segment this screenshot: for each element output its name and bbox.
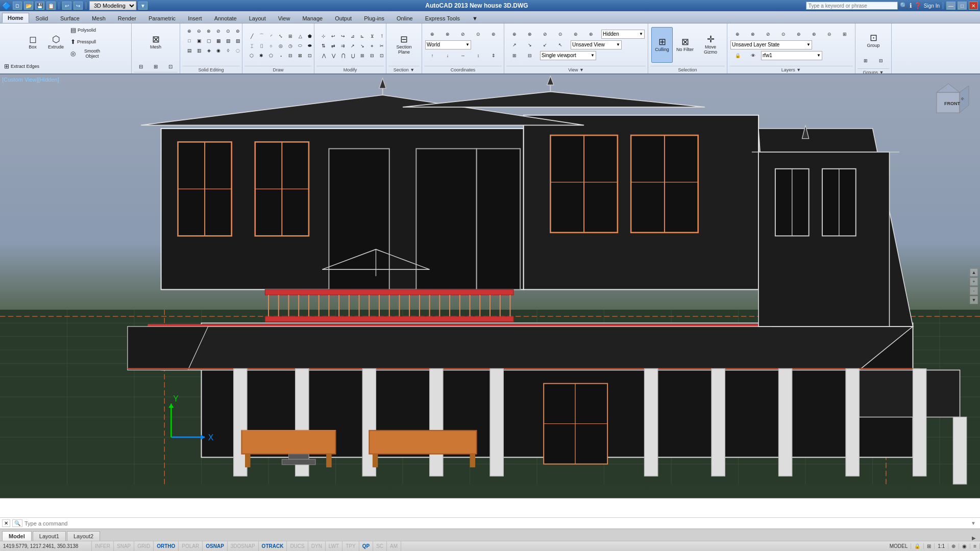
view-btn9[interactable]: ↙: [538, 40, 552, 49]
viewport-dropdown[interactable]: Single viewport ▼: [540, 51, 596, 60]
group-btn[interactable]: ⊡ Group: [863, 27, 884, 55]
tab-annotate[interactable]: Annotate: [209, 13, 242, 23]
world-dropdown[interactable]: World ▼: [425, 40, 471, 49]
coord-btn6[interactable]: ↑: [425, 51, 439, 60]
visual-style-dropdown[interactable]: Hidden ▼: [601, 30, 645, 39]
layout-scroll-right[interactable]: ▶: [970, 535, 978, 541]
tab-layout2[interactable]: Layout2: [67, 531, 100, 541]
ducs-btn[interactable]: DUCS: [287, 541, 308, 551]
tab-express[interactable]: Express Tools: [420, 13, 465, 23]
group-btn3[interactable]: ⊟: [874, 56, 888, 65]
presspull-btn[interactable]: ⬆ Presspull: [68, 36, 109, 47]
smooth-object-btn[interactable]: ◎ Smooth Object: [68, 48, 109, 59]
sc-btn[interactable]: SC: [373, 541, 387, 551]
coordinates-display[interactable]: 1419.5779, 1217.2461, 350.3138: [0, 541, 92, 551]
command-input[interactable]: [24, 520, 969, 527]
maximize-btn[interactable]: □: [958, 2, 967, 10]
layer-btn8[interactable]: ⊞: [838, 30, 852, 39]
dyn-btn[interactable]: DYN: [308, 541, 326, 551]
lwt-btn[interactable]: LWT: [326, 541, 342, 551]
layer-name-dropdown[interactable]: rfw1 ▼: [761, 51, 822, 60]
3dosnap-btn[interactable]: 3DOSNAP: [228, 541, 259, 551]
tab-insert[interactable]: Insert: [182, 13, 208, 23]
nav-pan-down[interactable]: ▼: [970, 296, 978, 304]
coord-btn9[interactable]: ↕: [471, 51, 485, 60]
coord-btn3[interactable]: ⊘: [456, 30, 470, 39]
tab-online[interactable]: Online: [391, 13, 419, 23]
close-btn[interactable]: ✕: [969, 2, 978, 10]
coord-btn10[interactable]: ⇕: [486, 51, 501, 60]
tab-layout1[interactable]: Layout1: [33, 531, 66, 541]
coord-btn8[interactable]: ↔: [456, 51, 470, 60]
workspace-dropdown-btn[interactable]: ▼: [138, 2, 148, 10]
view-btn8[interactable]: ↘: [523, 40, 537, 49]
viewport-btn1[interactable]: ⊞: [507, 51, 522, 60]
no-filter-btn[interactable]: ⊠ No Filter: [674, 27, 696, 63]
ratio-display[interactable]: 1:1: [935, 543, 948, 549]
open-btn[interactable]: 📂: [24, 2, 33, 10]
layer-vis-btn[interactable]: 👁: [746, 51, 760, 60]
tab-surface[interactable]: Surface: [55, 13, 85, 23]
command-close-btn[interactable]: ✕: [2, 519, 10, 527]
ortho-btn[interactable]: ORTHO: [154, 541, 179, 551]
view-btn4[interactable]: ⊙: [553, 30, 568, 39]
layer-btn1[interactable]: ⊕: [730, 30, 745, 39]
layer-btn4[interactable]: ⊙: [776, 30, 791, 39]
search-input[interactable]: [806, 2, 898, 10]
extract-edges-btn[interactable]: ⊞ Extract Edges: [2, 62, 129, 71]
view-btn7[interactable]: ↗: [507, 40, 522, 49]
tpy-btn[interactable]: TPY: [342, 541, 359, 551]
redo-btn[interactable]: ↪: [74, 2, 83, 10]
hardware-accel-btn[interactable]: ⊕: [948, 543, 959, 549]
coord-btn1[interactable]: ⊕: [425, 30, 439, 39]
osnap-btn[interactable]: OSNAP: [203, 541, 228, 551]
layer-state-dropdown[interactable]: Unsaved Layer State ▼: [730, 40, 812, 49]
sign-in-btn[interactable]: Sign In: [924, 3, 940, 9]
infer-btn[interactable]: INFER: [92, 541, 114, 551]
snap-btn[interactable]: SNAP: [114, 541, 134, 551]
model-space-btn[interactable]: MODEL: [887, 543, 912, 549]
named-view-dropdown[interactable]: Unsaved View ▼: [571, 40, 622, 49]
mesh-btn4[interactable]: ⊡: [163, 62, 178, 71]
layer-btn5[interactable]: ⊚: [792, 30, 806, 39]
tab-home[interactable]: Home: [2, 13, 29, 23]
group-btn2[interactable]: ⊞: [859, 56, 873, 65]
save-btn[interactable]: 💾: [35, 2, 44, 10]
tab-more[interactable]: ▼: [467, 13, 483, 23]
minimize-btn[interactable]: —: [946, 2, 955, 10]
tab-layout[interactable]: Layout: [243, 13, 272, 23]
layer-lock-btn[interactable]: 🔒: [730, 51, 745, 60]
coord-btn7[interactable]: ↓: [440, 51, 455, 60]
tab-solid[interactable]: Solid: [30, 13, 54, 23]
undo-btn[interactable]: ↩: [62, 2, 71, 10]
view-btn6[interactable]: ⊛: [584, 30, 598, 39]
workspace-selector[interactable]: 3D Modeling: [89, 1, 136, 10]
tab-plugins[interactable]: Plug-ins: [358, 13, 390, 23]
nav-zoom-out[interactable]: -: [970, 287, 978, 295]
nav-zoom-in[interactable]: +: [970, 278, 978, 286]
viewport-btn2[interactable]: ⊟: [523, 51, 537, 60]
viewport[interactable]: [Custom View][Hidden]: [0, 74, 980, 498]
mesh-btn[interactable]: ⊠ Mesh: [143, 24, 168, 60]
command-search-btn[interactable]: 🔍: [12, 519, 22, 527]
grid-btn[interactable]: GRID: [134, 541, 154, 551]
coord-btn5[interactable]: ⊚: [486, 30, 501, 39]
tab-manage[interactable]: Manage: [297, 13, 328, 23]
mesh-btn3[interactable]: ⊞: [149, 62, 163, 71]
coord-btn4[interactable]: ⊙: [471, 30, 485, 39]
view-btn5[interactable]: ⊚: [569, 30, 583, 39]
layer-btn6[interactable]: ⊛: [807, 30, 821, 39]
view-btn10[interactable]: ↖: [553, 40, 568, 49]
scale-btn[interactable]: ⊞: [924, 543, 935, 549]
view-btn3[interactable]: ⊘: [538, 30, 552, 39]
box-btn[interactable]: ◻ Box: [22, 24, 43, 60]
view-btn2[interactable]: ⊗: [523, 30, 537, 39]
tab-parametric[interactable]: Parametric: [143, 13, 181, 23]
move-gizmo-btn[interactable]: ✛ Move Gizmo: [697, 27, 724, 63]
tab-model[interactable]: Model: [2, 531, 32, 541]
tab-view[interactable]: View: [273, 13, 296, 23]
layer-btn7[interactable]: ⊝: [822, 30, 837, 39]
culling-btn[interactable]: ⊞ Culling: [651, 27, 673, 63]
coord-btn2[interactable]: ⊗: [440, 30, 455, 39]
layer-btn3[interactable]: ⊘: [761, 30, 775, 39]
